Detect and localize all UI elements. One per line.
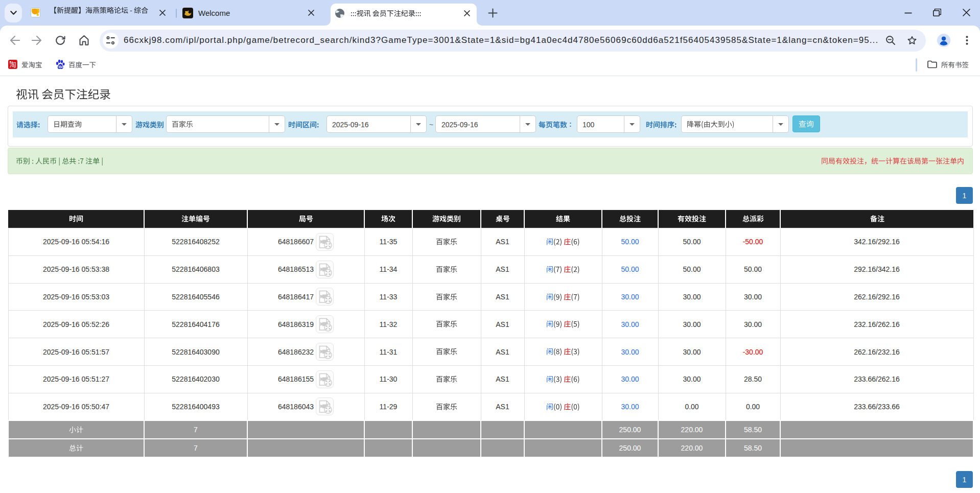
svg-text:du: du [58, 65, 62, 68]
